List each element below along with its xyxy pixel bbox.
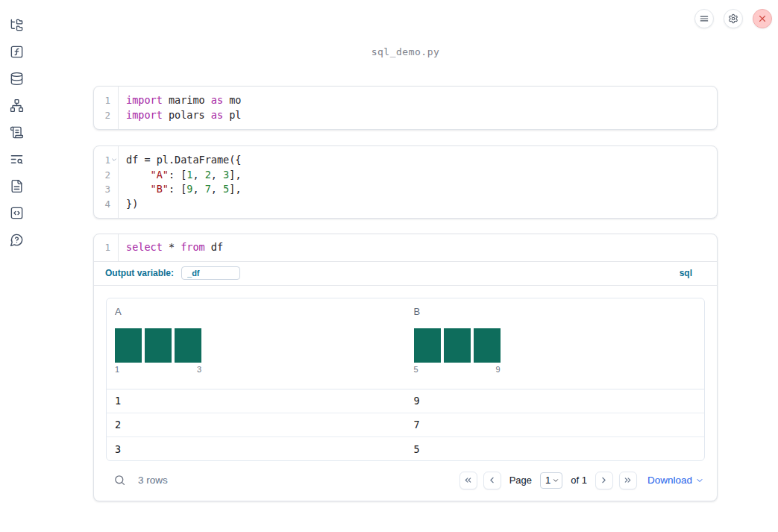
helper-panel-sidebar [0, 0, 33, 532]
row-count: 3 rows [138, 475, 168, 486]
code-line[interactable]: df = pl.DataFrame({ [126, 153, 717, 168]
code-cell-dataframe: 1234 df = pl.DataFrame({ "A": [1, 2, 3],… [93, 145, 718, 219]
line-number: 2 [94, 108, 118, 123]
sql-output-variable-row: Output variable: sql [94, 262, 717, 286]
code-line[interactable]: select * from df [126, 240, 717, 255]
histogram-bar [175, 328, 201, 363]
code-line[interactable]: "B": [9, 7, 5], [126, 182, 717, 197]
page-label: Page [509, 475, 532, 486]
page-total-label: of 1 [571, 475, 587, 486]
line-number: 3 [94, 182, 118, 197]
dataframe-table: A13B59 192735 [106, 298, 705, 461]
line-number: 4 [94, 197, 118, 212]
sql-cell: 1 select * from df Output variable: sql … [93, 234, 718, 501]
gear-icon [728, 13, 738, 24]
pagination: Page 1 of 1 [459, 472, 637, 489]
line-number: 1 [94, 93, 118, 108]
column-label: A [115, 306, 398, 317]
sidebar-item-logs[interactable] [9, 151, 24, 166]
database-icon [10, 72, 24, 86]
table-cell: 7 [406, 419, 705, 431]
line-number: 1 [94, 240, 118, 255]
sidebar-item-documentation[interactable] [9, 178, 24, 193]
table-header-row: A13B59 [107, 298, 704, 389]
histogram-bar [444, 328, 471, 363]
sidebar-item-variables[interactable] [9, 44, 24, 59]
page-select-value: 1 [545, 475, 550, 486]
column-header-a[interactable]: A13 [107, 298, 406, 389]
code-line[interactable]: import polars as pl [126, 108, 717, 123]
hamburger-icon [699, 13, 709, 24]
code-area: df = pl.DataFrame({ "A": [1, 2, 3], "B":… [119, 146, 717, 218]
chevrons-right-icon [623, 475, 633, 485]
sidebar-item-outline[interactable] [9, 125, 24, 140]
code-editor: 12 import marimo as moimport polars as p… [94, 87, 717, 129]
search-icon [113, 474, 126, 486]
line-number-gutter: 1234 [94, 146, 119, 218]
notebook-menu-button[interactable] [694, 9, 714, 28]
sidebar-item-snippets[interactable] [9, 205, 24, 220]
previous-page-button[interactable] [483, 472, 501, 489]
file-text-icon [10, 179, 24, 193]
notebook-content: sql_demo.py 12 import marimo as moimport… [33, 0, 778, 532]
file-tree-icon [10, 18, 24, 32]
sidebar-item-help[interactable] [9, 232, 24, 247]
code-line[interactable]: import marimo as mo [126, 93, 717, 108]
shutdown-button[interactable] [753, 9, 772, 28]
histogram-bar [474, 328, 501, 363]
window-actions [694, 9, 772, 28]
histogram-bar [115, 328, 142, 363]
code-area: import marimo as moimport polars as pl [119, 87, 717, 129]
code-area: select * from df [119, 234, 717, 261]
table-search-button[interactable] [113, 474, 126, 486]
table-row[interactable]: 35 [107, 437, 704, 460]
notebook-filename: sql_demo.py [93, 46, 718, 58]
line-number-gutter: 12 [94, 87, 119, 129]
page-select[interactable]: 1 [540, 472, 562, 489]
table-row[interactable]: 19 [107, 389, 704, 413]
line-number: 2 [94, 168, 118, 183]
table-row[interactable]: 27 [107, 413, 704, 437]
histogram-bar [414, 328, 441, 363]
column-header-b[interactable]: B59 [406, 298, 705, 389]
sidebar-item-file-explorer[interactable] [9, 17, 24, 32]
line-number-gutter: 1 [94, 234, 119, 261]
cell-output: A13B59 192735 3 rows [94, 286, 717, 501]
language-badge-sql[interactable]: sql [680, 268, 692, 278]
sidebar-item-data-sources[interactable] [9, 71, 24, 86]
next-page-button[interactable] [595, 472, 613, 489]
output-variable-label: Output variable: [105, 268, 174, 278]
download-button[interactable]: Download [647, 475, 704, 486]
table-cell: 5 [406, 443, 705, 455]
line-number: 1 [94, 153, 118, 168]
table-cell: 2 [107, 419, 406, 431]
table-cell: 1 [107, 395, 406, 407]
last-page-button[interactable] [619, 472, 637, 489]
sidebar-item-dependencies[interactable] [9, 98, 24, 113]
code-line[interactable]: }) [126, 197, 717, 212]
histogram-bar [145, 328, 172, 363]
function-square-icon [10, 45, 24, 59]
column-label: B [414, 306, 697, 317]
column-histogram: 59 [414, 328, 501, 374]
chevrons-left-icon [463, 475, 473, 485]
histogram-axis: 59 [414, 365, 501, 374]
code-editor: 1234 df = pl.DataFrame({ "A": [1, 2, 3],… [94, 146, 717, 218]
code-line[interactable]: "A": [1, 2, 3], [126, 168, 717, 183]
list-search-icon [10, 152, 24, 166]
column-histogram: 13 [115, 328, 201, 374]
output-variable-input[interactable] [181, 266, 240, 280]
table-cell: 3 [107, 443, 406, 455]
chevron-down-icon [552, 477, 559, 484]
code-cell-imports: 12 import marimo as moimport polars as p… [93, 86, 718, 130]
marimo-notebook-app: sql_demo.py 12 import marimo as moimport… [0, 0, 778, 532]
settings-button[interactable] [724, 9, 743, 28]
code-square-icon [10, 206, 24, 220]
table-cell: 9 [406, 395, 705, 407]
download-label: Download [647, 475, 692, 486]
chevron-down-icon [695, 476, 704, 485]
first-page-button[interactable] [459, 472, 477, 489]
fold-caret-icon[interactable] [111, 157, 117, 163]
histogram-axis: 13 [115, 365, 201, 374]
scroll-icon [10, 125, 24, 140]
